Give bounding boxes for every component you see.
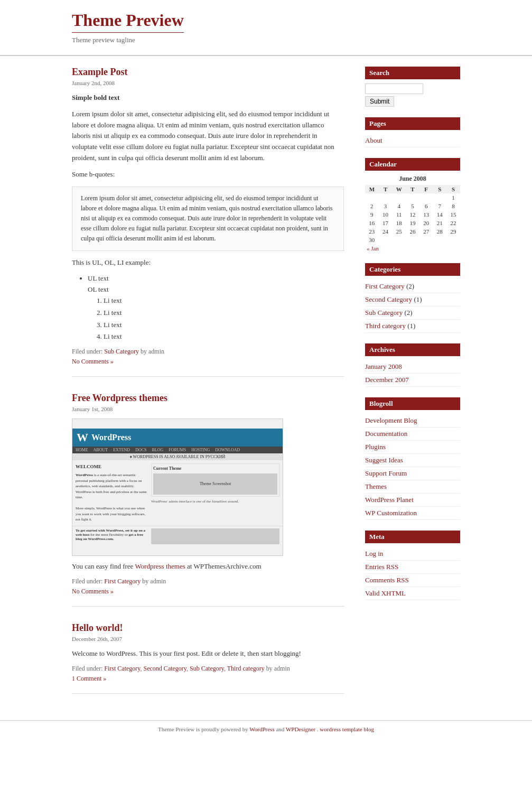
wpdesigner-link[interactable]: WPDesigner <box>286 726 315 732</box>
meta-link[interactable]: Comments RSS <box>365 576 409 584</box>
list-item: Log in <box>365 547 460 561</box>
meta-link[interactable]: Valid XHTML <box>365 589 406 597</box>
categories-heading: Categories <box>365 263 460 276</box>
calendar-month: June 2008 <box>365 175 460 183</box>
post-hello: Hello world! December 26th, 2007 Welcome… <box>72 622 344 694</box>
archive-link[interactable]: December 2007 <box>365 376 409 384</box>
blogroll-link[interactable]: WP Customization <box>365 509 417 517</box>
meta-link[interactable]: Log in <box>365 550 383 557</box>
calendar-heading: Calendar <box>365 158 460 171</box>
meta-heading: Meta <box>365 531 460 543</box>
post-body: Welcome to WordPress. This is your first… <box>72 648 344 659</box>
list-item: Entries RSS <box>365 561 460 574</box>
comments-link[interactable]: 1 Comment » <box>72 675 344 683</box>
quotes-label: Some b-quotes: <box>72 169 344 180</box>
category-link-3[interactable]: Sub Category <box>190 665 224 672</box>
post-title[interactable]: Free Wordpress themes <box>72 393 344 404</box>
post-category-link[interactable]: First Category <box>104 578 141 585</box>
template-blog-link[interactable]: wordress template blog <box>320 726 374 732</box>
sidebar: Search Search Pages About Calendar June … <box>365 67 460 710</box>
blogroll-heading: Blogroll <box>365 397 460 410</box>
list-item: First Category (2) <box>365 280 460 293</box>
list-item: Valid XHTML <box>365 587 460 600</box>
pages-list: About <box>365 134 460 147</box>
blogroll-link[interactable]: Support Forum <box>365 469 407 477</box>
list-item: December 2007 <box>365 374 460 387</box>
wordpress-themes-link[interactable]: Wordpress themes <box>135 562 185 570</box>
li-item: Li text <box>104 295 344 306</box>
list-item: Second Category (1) <box>365 293 460 306</box>
archive-link[interactable]: January 2008 <box>365 362 402 370</box>
post-body: Simple bold text Lorem ipsum dolor sit a… <box>72 92 344 342</box>
site-tagline: Theme preview tagline <box>72 36 460 44</box>
wordpress-link[interactable]: WordPress <box>249 726 274 732</box>
post-title-link[interactable]: Example Post <box>72 67 128 77</box>
list-item: Comments RSS <box>365 574 460 587</box>
filed-under: Filed under: First Category, Second Cate… <box>72 665 344 673</box>
calendar-nav: « Jan <box>365 244 460 253</box>
post-title-link[interactable]: Free Wordpress themes <box>72 393 167 403</box>
blogroll-link[interactable]: Development Blog <box>365 416 417 424</box>
pages-heading: Pages <box>365 117 460 130</box>
post-title[interactable]: Example Post <box>72 67 344 78</box>
post-title-link[interactable]: Hello world! <box>72 622 123 633</box>
cal-header: T <box>406 185 419 193</box>
list-item: Suggest Ideas <box>365 454 460 467</box>
footer-text2: and <box>276 726 284 732</box>
pages-section: Pages About <box>365 117 460 147</box>
meta-section: Meta Log in Entries RSS Comments RSS Val… <box>365 531 460 600</box>
filed-under: Filed under: First Category by admin <box>72 578 344 585</box>
site-footer: Theme Preview is proudly powered by Word… <box>0 720 532 738</box>
list-section: UL text OL text Li text Li text Li text … <box>82 273 344 342</box>
post-date: December 26th, 2007 <box>72 636 344 642</box>
list-intro: This is UL, OL, LI example: <box>72 257 344 268</box>
post-bold: Simple bold text <box>72 92 344 104</box>
page-link[interactable]: About <box>365 136 382 144</box>
blogroll-link[interactable]: Suggest Ideas <box>365 456 403 464</box>
post-date: January 1st, 2008 <box>72 406 344 412</box>
post-title[interactable]: Hello world! <box>72 622 344 634</box>
filed-under: Filed under: Sub Category by admin <box>72 348 344 356</box>
list-item: Support Forum <box>365 467 460 480</box>
post-text: You can easy find free Wordpress themes … <box>72 561 344 572</box>
category-link-2[interactable]: Second Category <box>144 665 187 672</box>
list-item: Plugins <box>365 441 460 454</box>
archives-heading: Archives <box>365 343 460 356</box>
no-comments-link[interactable]: No Comments » <box>72 588 344 596</box>
prev-month-link[interactable]: « Jan <box>367 245 379 252</box>
main-content: Example Post January 2nd, 2008 Simple bo… <box>72 67 344 710</box>
list-item: About <box>365 134 460 147</box>
post-example: Example Post January 2nd, 2008 Simple bo… <box>72 67 344 377</box>
blogroll-section: Blogroll Development Blog Documentation … <box>365 397 460 520</box>
categories-list: First Category (2) Second Category (1) S… <box>365 280 460 333</box>
li-item: Li text <box>104 320 344 331</box>
archives-section: Archives January 2008 December 2007 <box>365 343 460 387</box>
no-comments-link[interactable]: No Comments » <box>72 358 344 366</box>
category-link[interactable]: First Category <box>365 282 405 290</box>
category-link[interactable]: Sub Category <box>365 309 403 317</box>
category-link-4[interactable]: Third category <box>227 665 265 672</box>
blogroll-link[interactable]: Documentation <box>365 430 407 438</box>
list-item: WordPress Planet <box>365 494 460 507</box>
cal-header: S <box>433 185 447 193</box>
blogroll-link[interactable]: WordPress Planet <box>365 496 414 504</box>
wordpress-screenshot: W WordPress HOMEABOUTEXTENDDOCSBLOGFORUM… <box>72 419 283 556</box>
list-item: Third category (1) <box>365 320 460 333</box>
list-item: Development Blog <box>365 414 460 427</box>
cal-header: W <box>392 185 406 193</box>
list-item: Sub Category (2) <box>365 306 460 320</box>
category-link[interactable]: Second Category <box>365 295 412 303</box>
search-button[interactable]: Search <box>365 96 394 107</box>
post-paragraph: Lorem ipsum dolor sit amet, consectetur … <box>72 109 344 164</box>
category-link-1[interactable]: First Category <box>104 665 140 672</box>
ol-label: OL text <box>88 285 109 293</box>
meta-link[interactable]: Entries RSS <box>365 563 398 571</box>
blogroll-link[interactable]: Plugins <box>365 443 386 451</box>
search-heading: Search <box>365 67 460 79</box>
cal-header: M <box>365 185 379 193</box>
post-category-link[interactable]: Sub Category <box>104 348 139 355</box>
search-input[interactable] <box>365 83 423 94</box>
category-link[interactable]: Third category <box>365 322 406 330</box>
blogroll-list: Development Blog Documentation Plugins S… <box>365 414 460 520</box>
blogroll-link[interactable]: Themes <box>365 482 387 490</box>
